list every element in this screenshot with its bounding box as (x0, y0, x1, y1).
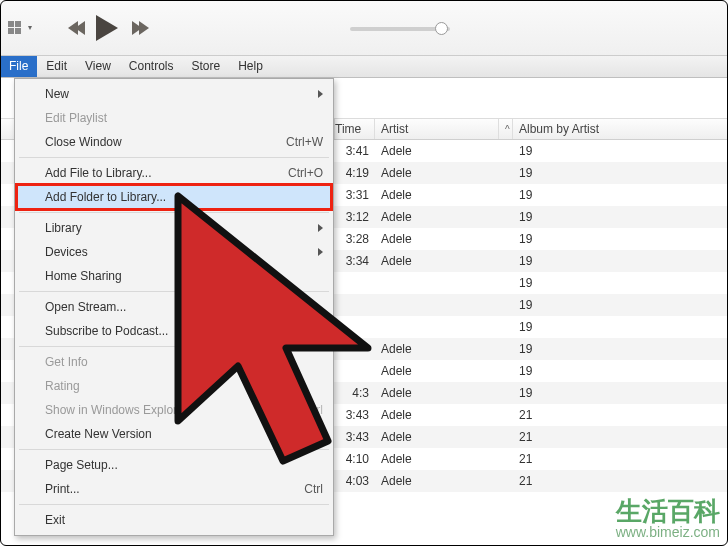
cell-album: 19 (513, 210, 728, 224)
cell-album: 21 (513, 452, 728, 466)
col-time[interactable]: Time (335, 119, 375, 139)
menu-item-print[interactable]: Print...Ctrl (17, 477, 331, 501)
menu-item-label: Create New Version (45, 427, 152, 441)
menu-store[interactable]: Store (183, 56, 230, 77)
menu-item-page-setup[interactable]: Page Setup... (17, 453, 331, 477)
cell-album: 19 (513, 298, 728, 312)
menu-help[interactable]: Help (229, 56, 272, 77)
menu-separator (19, 346, 329, 347)
cell-time: 3:28 (335, 232, 375, 246)
menu-item-label: Add Folder to Library... (45, 190, 166, 204)
cell-artist: Adele (375, 166, 499, 180)
watermark-text: 生活百科 (616, 498, 720, 525)
menu-item-library[interactable]: Library (17, 216, 331, 240)
cell-artist: Adele (375, 232, 499, 246)
cell-artist: Adele (375, 144, 499, 158)
cell-album: 21 (513, 474, 728, 488)
menu-item-label: Show in Windows Explorer (45, 403, 188, 417)
menu-file[interactable]: File (0, 56, 37, 77)
menu-edit[interactable]: Edit (37, 56, 76, 77)
playback-toolbar: ▾ (0, 0, 728, 56)
menu-item-new[interactable]: New (17, 82, 331, 106)
menu-view[interactable]: View (76, 56, 120, 77)
cell-album: 19 (513, 342, 728, 356)
cell-time: 4:03 (335, 474, 375, 488)
cell-album: 19 (513, 254, 728, 268)
play-button[interactable] (96, 15, 118, 41)
menu-item-create-new-version[interactable]: Create New Version (17, 422, 331, 446)
cell-time: 3:43 (335, 408, 375, 422)
menu-separator (19, 212, 329, 213)
watermark-url: www.bimeiz.com (616, 525, 720, 540)
menu-item-label: Exit (45, 513, 65, 527)
cell-album: 21 (513, 408, 728, 422)
cell-artist: Adele (375, 364, 499, 378)
menu-item-show-in-windows-explorer: Show in Windows ExplorerCtrl (17, 398, 331, 422)
menu-item-label: Get Info (45, 355, 88, 369)
cell-time: 3:41 (335, 144, 375, 158)
cell-artist: Adele (375, 408, 499, 422)
cell-album: 19 (513, 364, 728, 378)
cell-album: 19 (513, 166, 728, 180)
menu-item-edit-playlist: Edit Playlist (17, 106, 331, 130)
menu-item-add-folder-to-library[interactable]: Add Folder to Library... (17, 185, 331, 209)
cell-artist: Adele (375, 386, 499, 400)
menu-item-label: Rating (45, 379, 80, 393)
sort-indicator-icon: ^ (499, 119, 513, 139)
chevron-right-icon (318, 224, 323, 232)
menu-item-close-window[interactable]: Close WindowCtrl+W (17, 130, 331, 154)
cell-artist: Adele (375, 342, 499, 356)
playback-controls (68, 15, 146, 41)
menu-separator (19, 449, 329, 450)
cell-artist: Adele (375, 210, 499, 224)
menu-item-label: Library (45, 221, 82, 235)
chevron-right-icon (318, 90, 323, 98)
volume-slider-thumb[interactable] (435, 22, 448, 35)
menu-item-label: Page Setup... (45, 458, 118, 472)
cell-time: 3:34 (335, 254, 375, 268)
chevron-right-icon (318, 248, 323, 256)
watermark: 生活百科 www.bimeiz.com (616, 498, 720, 540)
menu-item-open-stream[interactable]: Open Stream... (17, 295, 331, 319)
menu-item-shortcut: Ctrl+O (288, 166, 323, 180)
menu-item-rating: Rating (17, 374, 331, 398)
cell-album: 19 (513, 320, 728, 334)
cell-artist: Adele (375, 188, 499, 202)
cell-artist: Adele (375, 430, 499, 444)
menu-item-shortcut: Ctrl (304, 403, 323, 417)
cell-time: 3:31 (335, 188, 375, 202)
menu-item-home-sharing[interactable]: Home Sharing (17, 264, 331, 288)
view-dropdown-icon[interactable]: ▾ (28, 23, 32, 32)
menu-item-label: Open Stream... (45, 300, 126, 314)
menu-item-shortcut: Ctrl+W (286, 135, 323, 149)
menu-separator (19, 504, 329, 505)
cell-album: 19 (513, 232, 728, 246)
cell-artist: Adele (375, 452, 499, 466)
menu-separator (19, 291, 329, 292)
col-artist[interactable]: Artist (375, 119, 499, 139)
cell-album: 19 (513, 276, 728, 290)
cell-album: 21 (513, 430, 728, 444)
cell-album: 19 (513, 386, 728, 400)
menu-item-label: Subscribe to Podcast... (45, 324, 168, 338)
cell-time: 3:43 (335, 430, 375, 444)
menu-controls[interactable]: Controls (120, 56, 183, 77)
menu-item-get-info: Get Info (17, 350, 331, 374)
menu-item-label: Close Window (45, 135, 122, 149)
cell-album: 19 (513, 188, 728, 202)
menu-item-add-file-to-library[interactable]: Add File to Library...Ctrl+O (17, 161, 331, 185)
cell-time: 4:3 (335, 386, 375, 400)
previous-button[interactable] (68, 21, 82, 35)
menu-item-label: Edit Playlist (45, 111, 107, 125)
view-grid-icon[interactable] (8, 21, 22, 35)
next-button[interactable] (132, 21, 146, 35)
cell-time: 3:12 (335, 210, 375, 224)
menu-item-exit[interactable]: Exit (17, 508, 331, 532)
menu-item-subscribe-to-podcast[interactable]: Subscribe to Podcast... (17, 319, 331, 343)
menu-bar: File Edit View Controls Store Help (0, 56, 728, 78)
menu-item-label: Home Sharing (45, 269, 122, 283)
menu-item-devices[interactable]: Devices (17, 240, 331, 264)
menu-item-label: Print... (45, 482, 80, 496)
col-album[interactable]: Album by Artist (513, 119, 728, 139)
file-menu-dropdown: NewEdit PlaylistClose WindowCtrl+WAdd Fi… (14, 78, 334, 536)
